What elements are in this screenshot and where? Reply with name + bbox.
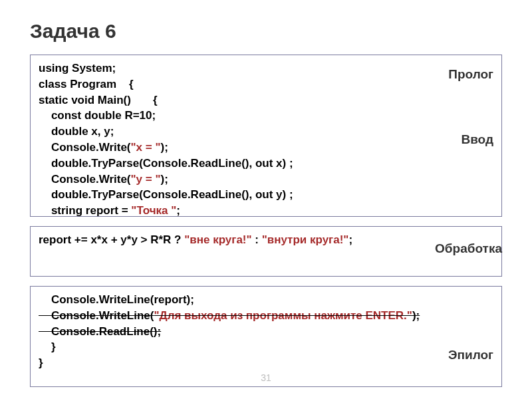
c: report += x*x + y*y > R*R ? (39, 233, 184, 246)
string-literal: "вне круга!" (184, 233, 251, 246)
page-title: Задача 6 (30, 20, 502, 43)
c: } (39, 340, 56, 353)
page-number: 31 (0, 372, 532, 383)
c: Console.WriteLine(report); (39, 293, 194, 306)
string-literal: "y = " (131, 173, 161, 186)
label-input: Ввод (461, 132, 493, 147)
c: ; (348, 233, 352, 246)
c: : (252, 233, 262, 246)
label-process: Обработка (435, 241, 502, 256)
code-block-process: Обработка report += x*x + y*y > R*R ? "в… (30, 226, 502, 277)
c: double x, y; (39, 125, 114, 138)
code-text: Console.WriteLine(report); Console.Write… (39, 292, 493, 371)
code-text: report += x*x + y*y > R*R ? "вне круга!"… (39, 232, 493, 248)
c: Console.Write( (39, 141, 131, 154)
c: ); (412, 309, 420, 322)
c: string report = (39, 204, 131, 217)
c: ); (161, 141, 168, 154)
string-literal: "Для выхода из программы нажмите ENTER." (154, 309, 412, 322)
c: using System; (39, 62, 116, 74)
string-literal: "Точка " (131, 204, 176, 217)
label-epilog: Эпилог (448, 348, 493, 362)
code-text: using System; class Program { static voi… (39, 61, 493, 219)
strikethrough-code: Console.ReadLine(); (39, 325, 161, 338)
string-literal: "x = " (131, 141, 161, 154)
c: class Program { (39, 78, 134, 90)
c: Console.Write( (39, 173, 131, 186)
c: ); (161, 173, 168, 186)
c: } (39, 356, 43, 369)
c: double.TryParse(Console.ReadLine(), out … (39, 188, 293, 201)
c: Console.WriteLine( (39, 309, 154, 322)
string-literal: "внутри круга!" (262, 233, 349, 246)
label-prolog: Пролог (448, 67, 493, 82)
strikethrough-code: Console.WriteLine("Для выхода из програм… (39, 309, 420, 322)
code-block-prolog: Пролог Ввод using System; class Program … (30, 55, 502, 217)
c: static void Main() { (39, 94, 158, 106)
c: ; (176, 204, 180, 217)
c: double.TryParse(Console.ReadLine(), out … (39, 157, 293, 170)
c: const double R=10; (39, 109, 156, 122)
